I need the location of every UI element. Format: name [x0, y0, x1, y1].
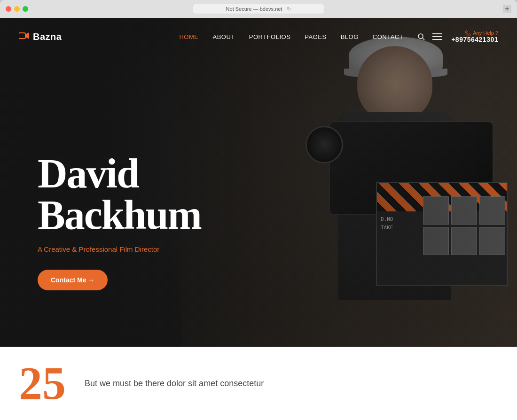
address-bar[interactable]: Not Secure — bdevs.net ↻: [193, 4, 324, 14]
nav-link-contact[interactable]: CONTACT: [373, 33, 403, 40]
nav-item-blog[interactable]: BLOG: [341, 32, 359, 41]
address-text: Not Secure — bdevs.net: [226, 6, 282, 12]
nav-link-pages[interactable]: PAGES: [305, 33, 326, 40]
nav-link-home[interactable]: HOME: [179, 33, 198, 40]
nav-item-contact[interactable]: CONTACT: [373, 32, 403, 41]
hero-subtitle: A Creative & Professional Film Director: [38, 245, 201, 253]
nav-link-blog[interactable]: BLOG: [341, 33, 359, 40]
maximize-button[interactable]: [23, 6, 28, 12]
nav-icons: [417, 33, 442, 40]
hamburger-icon: [432, 33, 442, 40]
logo-text: Bazna: [33, 31, 62, 42]
hero-title: David Backhum: [38, 153, 201, 236]
svg-point-2: [418, 34, 423, 39]
logo[interactable]: Bazna: [19, 31, 62, 42]
nav-item-home[interactable]: HOME: [179, 32, 198, 41]
phone-number: +89756421301: [451, 36, 498, 43]
hero-title-line2: Backhum: [38, 192, 201, 238]
phone-label-text: Any Help ?: [473, 30, 498, 36]
close-button[interactable]: [6, 6, 11, 12]
minimize-button[interactable]: [14, 6, 20, 12]
phone-icon: [465, 30, 471, 36]
svg-rect-0: [19, 33, 25, 39]
svg-line-3: [423, 38, 424, 40]
hero-title-line1: David: [38, 151, 139, 196]
new-tab-button[interactable]: +: [503, 5, 511, 13]
search-button[interactable]: [417, 33, 425, 40]
refresh-icon[interactable]: ↻: [287, 6, 291, 12]
stats-number: 25: [19, 360, 66, 407]
svg-marker-1: [25, 32, 29, 39]
navbar: Bazna HOME ABOUT PORTFOLIOS PAGES BLOG: [0, 18, 517, 55]
nav-link-about[interactable]: ABOUT: [212, 33, 235, 40]
below-hero-section: 25 But we must be there dolor sit amet c…: [0, 347, 517, 420]
contact-me-button[interactable]: Contact Me →: [38, 270, 108, 290]
traffic-lights: [6, 6, 28, 12]
phone-info: Any Help ? +89756421301: [451, 30, 498, 43]
logo-icon: [19, 32, 29, 42]
hero-content: David Backhum A Creative & Professional …: [38, 153, 201, 290]
hero-section: D.NOTAKE: [0, 18, 517, 347]
nav-links: HOME ABOUT PORTFOLIOS PAGES BLOG CONTACT: [179, 32, 403, 41]
browser-titlebar: Not Secure — bdevs.net ↻ +: [0, 0, 517, 18]
website-content: D.NOTAKE: [0, 18, 517, 420]
phone-label: Any Help ?: [451, 30, 498, 36]
nav-item-pages[interactable]: PAGES: [305, 32, 326, 41]
nav-item-about[interactable]: ABOUT: [212, 32, 235, 41]
menu-button[interactable]: [432, 33, 442, 40]
nav-item-portfolios[interactable]: PORTFOLIOS: [249, 32, 291, 41]
stats-description: But we must be there dolor sit amet cons…: [85, 379, 264, 389]
nav-link-portfolios[interactable]: PORTFOLIOS: [249, 33, 291, 40]
search-icon: [417, 33, 425, 40]
